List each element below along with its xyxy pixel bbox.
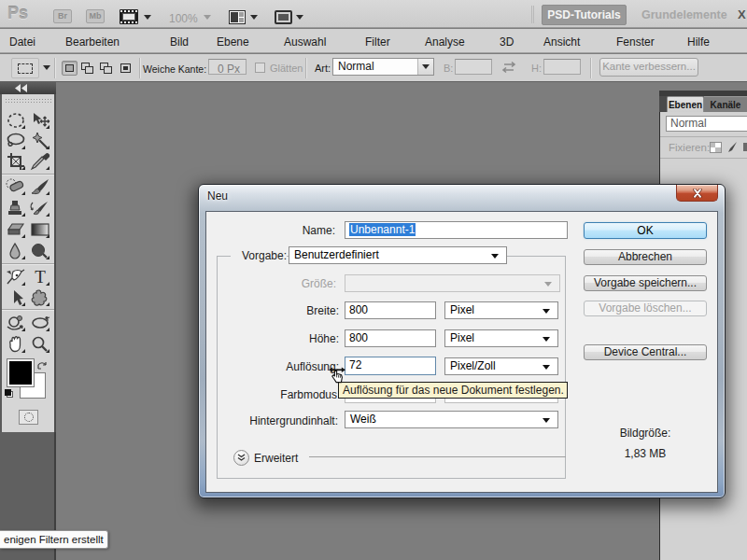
svg-text:T: T — [35, 268, 46, 287]
